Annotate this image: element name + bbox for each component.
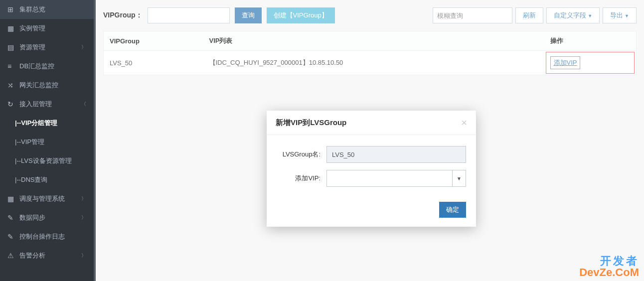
modal-body: LVSGroup名: 添加VIP: ▼ [267, 135, 476, 198]
shuffle-icon: ⤭ [7, 81, 15, 89]
sidebar-subitem-vip-group[interactable]: |--VIP分组管理 [0, 114, 94, 133]
sidebar-item-cluster-overview[interactable]: ⊞ 集群总览 [0, 0, 94, 19]
lvsgroup-name-label: LVSGroup名: [277, 150, 326, 159]
sidebar-subitem-label: |--VIP分组管理 [15, 119, 57, 127]
sidebar-item-label: DB汇总监控 [19, 62, 54, 71]
sidebar-subitem-label: |--VIP管理 [15, 138, 44, 145]
sidebar-item-label: 数据同步 [19, 213, 45, 222]
sidebar-item-console-log[interactable]: ✎ 控制台操作日志 [0, 227, 94, 246]
server-icon: ▤ [7, 43, 15, 51]
sidebar-item-label: 调度与管理系统 [19, 194, 65, 203]
sidebar-subitem-lvs-device[interactable]: |--LVS设备资源管理 [0, 151, 94, 170]
sidebar-item-label: 实例管理 [19, 24, 45, 33]
caret-down-icon: ▼ [452, 170, 462, 186]
sidebar-subitem-label: |--LVS设备资源管理 [15, 157, 72, 164]
warning-icon: ⚠ [7, 252, 15, 260]
close-icon[interactable]: × [461, 118, 467, 128]
sidebar-item-resource-manage[interactable]: ▤ 资源管理 〉 [0, 38, 94, 57]
sidebar-item-label: 集群总览 [19, 5, 45, 14]
modal-header: 新增VIP到LVSGroup × [267, 111, 476, 135]
sidebar-item-data-sync[interactable]: ✎ 数据同步 〉 [0, 208, 94, 227]
chevron-up-icon: 〈 [81, 101, 86, 108]
chevron-right-icon: 〉 [81, 195, 86, 202]
watermark-line2: DevZe.CoM [579, 267, 639, 278]
grid-icon: ▦ [7, 24, 15, 32]
chevron-right-icon: 〉 [81, 252, 86, 259]
watermark-line1: 开发者 [579, 255, 639, 267]
sidebar-item-schedule-system[interactable]: ▦ 调度与管理系统 〉 [0, 189, 94, 208]
sidebar-subitem-dns-query[interactable]: |--DNS查询 [0, 170, 94, 189]
wrench-icon: ✎ [7, 233, 15, 241]
add-vip-select[interactable]: ▼ [326, 170, 466, 187]
sidebar-subitem-vip-manage[interactable]: |--VIP管理 [0, 133, 94, 151]
add-vip-modal: 新增VIP到LVSGroup × LVSGroup名: 添加VIP: ▼ 确定 [267, 111, 476, 227]
form-row-vip: 添加VIP: ▼ [277, 170, 466, 187]
chevron-right-icon: 〉 [81, 44, 86, 51]
form-row-group: LVSGroup名: [277, 146, 466, 163]
sidebar-item-label: 控制台操作日志 [19, 232, 65, 241]
grid-icon: ▦ [7, 195, 15, 203]
sidebar-item-access-layer[interactable]: ↻ 接入层管理 〈 [0, 95, 94, 114]
sidebar-item-label: 资源管理 [19, 43, 45, 52]
modal-footer: 确定 [267, 198, 476, 227]
watermark: 开发者 DevZe.CoM [579, 255, 639, 278]
confirm-button[interactable]: 确定 [439, 202, 466, 218]
sidebar-item-label: 告警分析 [19, 251, 45, 260]
grid-icon: ⊞ [7, 5, 15, 13]
sidebar-item-instance-manage[interactable]: ▦ 实例管理 [0, 19, 94, 38]
sidebar-item-label: 网关汇总监控 [19, 81, 58, 90]
bars-icon: ≡ [7, 62, 15, 70]
loop-icon: ↻ [7, 100, 15, 108]
sidebar-item-gateway-monitor[interactable]: ⤭ 网关汇总监控 [0, 76, 94, 95]
sidebar-subitem-label: |--DNS查询 [15, 176, 47, 183]
add-vip-label: 添加VIP: [277, 174, 326, 183]
sidebar-item-alarm-analysis[interactable]: ⚠ 告警分析 〉 [0, 246, 94, 265]
wrench-icon: ✎ [7, 214, 15, 222]
sidebar-item-db-monitor[interactable]: ≡ DB汇总监控 [0, 57, 94, 76]
modal-title: 新增VIP到LVSGroup [276, 118, 346, 128]
lvsgroup-name-input[interactable] [326, 146, 466, 163]
sidebar-item-label: 接入层管理 [19, 100, 52, 109]
sidebar: ⊞ 集群总览 ▦ 实例管理 ▤ 资源管理 〉 ≡ DB汇总监控 ⤭ 网关汇总监控… [0, 0, 94, 281]
chevron-right-icon: 〉 [81, 214, 86, 221]
